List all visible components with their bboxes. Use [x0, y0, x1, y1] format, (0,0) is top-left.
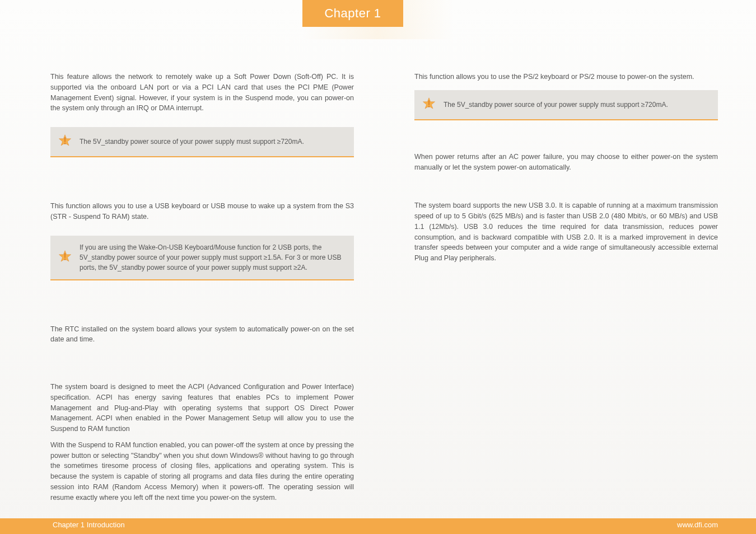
svg-point-5: [64, 259, 66, 260]
svg-point-11: [428, 106, 430, 107]
left-column: This feature allows the network to remot…: [50, 72, 354, 500]
footer-right: www.dfi.com: [677, 521, 718, 529]
rtc-paragraph: The RTC installed on the system board al…: [50, 324, 354, 345]
svg-point-2: [64, 143, 66, 144]
warning-icon: [57, 250, 73, 265]
svg-rect-4: [64, 253, 66, 258]
svg-rect-10: [428, 100, 430, 105]
content-columns: This feature allows the network to remot…: [50, 72, 718, 500]
ac-power-failure-paragraph: When power returns after an AC power fai…: [414, 152, 718, 173]
important-text-1: The 5V_standby power source of your powe…: [80, 137, 304, 147]
usb3-paragraph: The system board supports the new USB 3.…: [414, 200, 718, 264]
wake-on-usb-paragraph: This function allows you to use a USB ke…: [50, 201, 354, 222]
ps2-power-on-paragraph: This function allows you to use the PS/2…: [414, 72, 718, 82]
footer-bar: Chapter 1 Introduction www.dfi.com: [0, 518, 756, 534]
important-text-4: The 5V_standby power source of your powe…: [444, 100, 668, 110]
acpi-paragraph: The system board is designed to meet the…: [50, 382, 354, 434]
important-box-1: The 5V_standby power source of your powe…: [50, 127, 354, 157]
important-box-4: The 5V_standby power source of your powe…: [414, 90, 718, 120]
important-box-2: If you are using the Wake-On-USB Keyboar…: [50, 236, 354, 280]
svg-rect-1: [64, 137, 66, 142]
footer-left: Chapter 1 Introduction: [53, 521, 125, 529]
chapter-tab: Chapter 1: [302, 0, 403, 27]
warning-icon: [57, 134, 73, 149]
suspend-to-ram-paragraph: With the Suspend to RAM function enabled…: [50, 440, 354, 503]
wake-on-lan-paragraph: This feature allows the network to remot…: [50, 72, 354, 114]
important-text-2: If you are using the Wake-On-USB Keyboar…: [80, 242, 344, 273]
warning-icon: [421, 97, 437, 113]
right-column: This function allows you to use the PS/2…: [414, 72, 718, 500]
page: Chapter 1 This feature allows the networ…: [0, 0, 756, 534]
